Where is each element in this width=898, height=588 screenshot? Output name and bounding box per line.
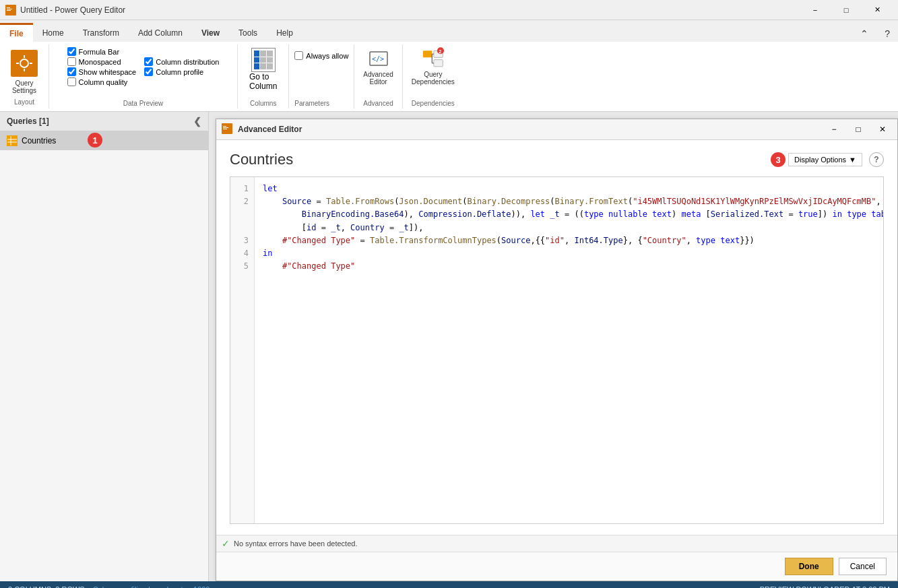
checkbox-group-right: Column distribution Column profile	[141, 46, 222, 77]
show-whitespace-checkbox[interactable]	[67, 67, 76, 76]
layout-group-content: QuerySettings	[5, 47, 43, 97]
advanced-editor-icon: </>	[368, 48, 389, 69]
dialog-title: Advanced Editor	[238, 125, 819, 134]
title-bar: Untitled - Power Query Editor − □ ✕	[0, 0, 898, 20]
svg-rect-11	[423, 51, 432, 57]
cancel-button[interactable]: Cancel	[839, 558, 887, 575]
show-whitespace-label: Show whitespace	[79, 68, 137, 76]
data-preview-label: Data Preview	[123, 98, 163, 107]
close-button[interactable]: ✕	[862, 0, 893, 20]
ribbon-group-data-preview: Formula Bar Monospaced Show whitespace C…	[49, 44, 238, 108]
status-message: No syntax errors have been detected.	[234, 540, 357, 548]
advanced-editor-titlebar: Advanced Editor − □ ✕	[216, 119, 897, 140]
svg-rect-3	[7, 10, 11, 11]
svg-point-4	[20, 59, 28, 67]
ribbon-collapse-btn[interactable]: ⌃	[852, 26, 876, 42]
code-content[interactable]: let Source = Table.FromRows(Json.Documen…	[255, 177, 883, 523]
window-title: Untitled - Power Query Editor	[20, 5, 800, 15]
column-quality-check[interactable]: Column quality	[67, 77, 137, 86]
monospaced-checkbox[interactable]	[67, 57, 76, 66]
svg-rect-25	[223, 127, 228, 128]
parameters-group-label: Parameters	[294, 98, 329, 107]
preview-timestamp: PREVIEW DOWNLOADED AT 8:02 PM	[760, 585, 890, 588]
tab-home[interactable]: Home	[33, 24, 73, 42]
ribbon-group-advanced: </> AdvancedEditor Advanced	[354, 44, 402, 108]
columns-content: Go toColumn	[243, 46, 283, 98]
advanced-editor-dialog: Advanced Editor − □ ✕ Countries 3 Displa…	[216, 119, 898, 581]
query-settings-icon	[11, 50, 38, 77]
go-to-column-label: Go toColumn	[249, 72, 277, 91]
dialog-minimize-btn[interactable]: −	[825, 122, 843, 137]
column-profile-checkbox[interactable]	[144, 67, 153, 76]
columns-group-label: Columns	[250, 98, 276, 107]
sidebar: Queries [1] ❮ Countries 1	[0, 112, 209, 581]
statusbar-right: PREVIEW DOWNLOADED AT 8:02 PM	[760, 585, 890, 588]
query-dependencies-button[interactable]: 2 QueryDependencies	[408, 46, 458, 88]
dialog-footer: Done Cancel	[216, 552, 897, 581]
formula-bar-checkbox[interactable]	[67, 47, 76, 56]
query-settings-label: QuerySettings	[12, 79, 36, 94]
svg-text:2: 2	[439, 49, 441, 54]
column-profile-check[interactable]: Column profile	[144, 67, 219, 76]
always-allow-checkbox[interactable]	[294, 51, 303, 60]
line-numbers: 12345	[230, 177, 255, 523]
column-distribution-checkbox[interactable]	[144, 57, 153, 66]
status-check-icon: ✓	[222, 538, 230, 549]
maximize-button[interactable]: □	[831, 0, 862, 20]
advanced-editor-button[interactable]: </> AdvancedEditor	[360, 46, 396, 88]
statusbar-left: 2 COLUMNS, 3 ROWS Column profiling based…	[8, 585, 228, 588]
advanced-editor-body: Countries 3 Display Options ▼ ? 1234	[216, 140, 897, 535]
tab-view[interactable]: View	[192, 24, 229, 42]
tab-transform[interactable]: Transform	[73, 24, 129, 42]
monospaced-check[interactable]: Monospaced	[67, 57, 137, 66]
ribbon: QuerySettings Layout Formula Bar Monospa…	[0, 42, 898, 112]
parameters-content: Always allow	[294, 51, 348, 98]
column-quality-checkbox[interactable]	[67, 77, 76, 86]
svg-rect-19	[7, 136, 17, 145]
query-dependencies-icon: 2	[422, 48, 444, 69]
badge-3: 3	[771, 152, 785, 167]
formula-bar-check[interactable]: Formula Bar	[67, 47, 137, 56]
query-item-countries[interactable]: Countries 1	[0, 131, 208, 150]
go-to-column-button[interactable]: Go toColumn	[243, 46, 283, 93]
ribbon-group-layout: QuerySettings Layout	[0, 44, 49, 108]
always-allow-check[interactable]: Always allow	[294, 51, 348, 60]
done-button[interactable]: Done	[785, 558, 833, 575]
dialog-status-bar: ✓ No syntax errors have been detected.	[216, 535, 897, 552]
code-editor[interactable]: 12345 let Source = Table.FromRows(Json.D…	[230, 176, 884, 524]
show-whitespace-check[interactable]: Show whitespace	[67, 67, 137, 76]
display-options-chevron: ▼	[849, 156, 856, 164]
main-area: Queries [1] ❮ Countries 1	[0, 112, 898, 581]
column-quality-label: Column quality	[79, 78, 128, 86]
tab-add-column[interactable]: Add Column	[129, 24, 192, 42]
dialog-query-title: Countries	[230, 151, 293, 168]
tab-help[interactable]: Help	[267, 24, 302, 42]
app-icon	[5, 5, 16, 15]
svg-text:</>: </>	[372, 55, 384, 63]
layout-group-label: Layout	[14, 97, 34, 106]
help-icon-btn[interactable]: ?	[876, 26, 898, 42]
help-button[interactable]: ?	[869, 152, 884, 167]
tab-tools[interactable]: Tools	[229, 24, 267, 42]
advanced-editor-label: AdvancedEditor	[363, 71, 393, 86]
profiling-info: Column profiling based on top 1000 rows	[93, 585, 228, 588]
app-statusbar: 2 COLUMNS, 3 ROWS Column profiling based…	[0, 581, 898, 588]
dialog-maximize-btn[interactable]: □	[849, 122, 868, 137]
dialog-close-btn[interactable]: ✕	[873, 122, 892, 137]
minimize-button[interactable]: −	[800, 0, 831, 20]
column-distribution-check2[interactable]: Column distribution	[144, 57, 219, 66]
query-table-icon	[7, 135, 18, 146]
data-preview-content: Formula Bar Monospaced Show whitespace C…	[65, 46, 222, 98]
ribbon-group-columns: Go toColumn Columns	[238, 44, 289, 108]
display-options-button[interactable]: Display Options ▼	[788, 153, 862, 166]
query-settings-button[interactable]: QuerySettings	[5, 47, 43, 97]
ribbon-tabs: File Home Transform Add Column View Tool…	[0, 20, 898, 42]
column-distribution-label: Column distribution	[156, 58, 219, 66]
queries-title: Queries [1]	[7, 117, 49, 126]
sidebar-collapse-btn[interactable]: ❮	[193, 116, 201, 127]
tab-file[interactable]: File	[0, 23, 33, 42]
badge-1: 1	[88, 133, 102, 148]
formula-bar-label: Formula Bar	[79, 48, 120, 56]
dialog-powerquery-icon	[222, 123, 232, 136]
svg-rect-13	[434, 60, 443, 67]
